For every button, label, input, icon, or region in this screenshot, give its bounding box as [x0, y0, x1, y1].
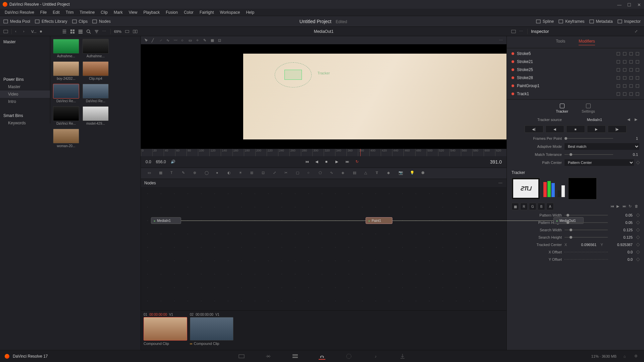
search-height-keyframe[interactable]	[636, 235, 640, 239]
paint-node-icon[interactable]: ✎	[182, 171, 187, 176]
polygon-mask-icon[interactable]: ⬠	[319, 171, 324, 176]
lock-icon[interactable]	[629, 84, 633, 88]
split-icon[interactable]	[133, 29, 138, 34]
line-tool-icon[interactable]: ╱	[152, 38, 156, 42]
channel-b-button[interactable]: B	[538, 203, 545, 210]
media-thumb[interactable]: boy-24202...	[53, 61, 79, 80]
menu-timeline[interactable]: Timeline	[77, 9, 97, 15]
page-cut-icon[interactable]	[265, 353, 272, 360]
smart-bin-keywords[interactable]: Keywords	[0, 119, 50, 127]
modifier-stroke21[interactable]: Stroke21	[507, 58, 644, 66]
search-icon[interactable]	[86, 29, 91, 34]
play-icon[interactable]: ▶	[335, 160, 340, 164]
modifier-enable-dot[interactable]	[512, 93, 514, 95]
page-fusion-icon[interactable]	[319, 353, 325, 360]
y-offset-keyframe[interactable]	[636, 257, 640, 261]
media-thumb[interactable]: Clip.mp4	[83, 61, 109, 80]
search-width-keyframe[interactable]	[636, 228, 640, 232]
reset-icon[interactable]	[636, 68, 639, 72]
adaptive-mode-select[interactable]: Best match	[565, 143, 639, 150]
rect-tool-icon[interactable]: ▭	[189, 38, 193, 42]
page-fairlight-icon[interactable]: ♪	[372, 353, 379, 360]
nav-back-icon[interactable]: ‹	[15, 29, 20, 34]
versions-icon[interactable]	[616, 84, 620, 88]
y-offset-slider[interactable]	[565, 259, 608, 260]
expand-inspector-icon[interactable]: ⤢	[635, 29, 639, 34]
x-offset-keyframe[interactable]	[636, 250, 640, 254]
pin-icon[interactable]	[623, 84, 627, 88]
colorcorrect-node-icon[interactable]: ◐	[227, 171, 233, 176]
media-thumb[interactable]: DaVinci Re...	[83, 84, 109, 103]
pattern-height-value[interactable]: 0.05	[610, 220, 634, 225]
menu-clip[interactable]: Clip	[98, 9, 110, 15]
pattern-width-keyframe[interactable]	[636, 213, 640, 217]
tracker-source-prev-icon[interactable]: ◀	[627, 117, 632, 122]
subtab-settings[interactable]: Settings	[582, 104, 595, 113]
pattern-width-slider[interactable]	[565, 215, 608, 216]
loop-icon[interactable]: ↻	[356, 160, 360, 164]
menu-view[interactable]: View	[126, 9, 140, 15]
merge-node-icon[interactable]: ⊞	[250, 171, 256, 176]
menu-fairlight[interactable]: Fairlight	[197, 9, 217, 15]
reset-icon[interactable]	[636, 60, 639, 64]
sort-icon[interactable]	[94, 29, 99, 34]
tracker-node-icon[interactable]: ⊕	[193, 171, 199, 176]
track-go-last-icon[interactable]: ⏭	[623, 204, 627, 209]
wand-tool-icon[interactable]: ✧	[196, 38, 200, 42]
list-view-icon[interactable]	[62, 29, 67, 34]
versions-icon[interactable]	[616, 52, 620, 56]
step-back-icon[interactable]: ◀	[315, 160, 320, 164]
color-channel-bars[interactable]	[543, 180, 565, 197]
mask-tool-icon[interactable]: ▦	[211, 38, 215, 42]
toolbar-fx-button[interactable]: Effects Library	[35, 19, 67, 24]
nodes-canvas[interactable]: ▸MediaIn1▸Paint1▸MediaOut1	[141, 187, 506, 310]
tab-tools[interactable]: Tools	[556, 39, 565, 45]
search-width-value[interactable]: 0.125	[610, 227, 634, 233]
menu-trim[interactable]: Trim	[63, 9, 76, 15]
match-tolerance-value[interactable]: 0.1	[616, 152, 639, 157]
viewer-options-icon[interactable]: ⋯	[519, 29, 524, 34]
bin-master[interactable]: Master	[0, 38, 50, 46]
modifier-stroke5[interactable]: Stroke5	[507, 50, 644, 58]
tracker-source-value[interactable]: MediaIn1	[565, 117, 625, 122]
rectangle-mask-icon[interactable]: ▢	[296, 171, 301, 176]
go-last-icon[interactable]: ⏭	[345, 160, 350, 164]
text3d-node-icon[interactable]: 𝐓	[376, 171, 381, 176]
ellipse-tool-icon[interactable]: ○	[181, 38, 185, 42]
track-go-first-icon[interactable]: ⏮	[610, 204, 615, 209]
fastnoise-node-icon[interactable]: ▦	[159, 171, 164, 176]
versions-icon[interactable]	[616, 92, 620, 96]
channel-g-button[interactable]: G	[529, 203, 536, 210]
menu-playback[interactable]: Playback	[141, 9, 162, 15]
versions-icon[interactable]	[616, 76, 620, 80]
nodes-options-icon[interactable]: ⋯	[498, 181, 503, 185]
menu-file[interactable]: File	[38, 9, 49, 15]
reset-icon[interactable]	[636, 76, 639, 80]
thumb-view-icon[interactable]	[70, 29, 75, 34]
nav-fwd-icon[interactable]: ›	[23, 29, 28, 34]
match-tolerance-slider[interactable]	[565, 154, 613, 155]
project-settings-icon[interactable]: ⚙	[633, 353, 639, 360]
audio-icon[interactable]: 🔊	[171, 160, 175, 164]
path-center-select[interactable]: Pattern Center	[565, 159, 634, 166]
shape3d-node-icon[interactable]: ◆	[387, 171, 392, 176]
tracker-pattern-rect[interactable]	[284, 70, 302, 80]
clip-thumb[interactable]: 0100:00:00:00V1Compound Clip	[144, 313, 187, 348]
x-offset-slider[interactable]	[565, 252, 608, 252]
track-forward-button[interactable]: ▶	[587, 125, 606, 133]
options-icon[interactable]: ⋯	[102, 29, 107, 34]
track-play-icon[interactable]: ▶	[616, 204, 621, 209]
page-media-icon[interactable]	[238, 353, 245, 360]
modifier-paintgroup1[interactable]: PaintGroup1	[507, 82, 644, 90]
track-reverse-from-end-button[interactable]: ◀|	[525, 125, 543, 133]
bspline-mask-icon[interactable]: ∿	[330, 171, 335, 176]
mask-node-icon[interactable]: ◯	[205, 171, 210, 176]
node-paint1[interactable]: ▸Paint1	[366, 217, 392, 224]
toolbar-metadata-button[interactable]: Metadata	[589, 19, 613, 24]
ellipse-mask-icon[interactable]: ○	[307, 171, 313, 176]
media-thumb[interactable]: woman-20...	[53, 129, 79, 148]
camera3d-node-icon[interactable]: 📷	[398, 171, 404, 176]
frames-per-point-value[interactable]: 1	[616, 136, 639, 141]
versions-icon[interactable]	[616, 60, 620, 64]
modifier-enable-dot[interactable]	[512, 60, 514, 63]
